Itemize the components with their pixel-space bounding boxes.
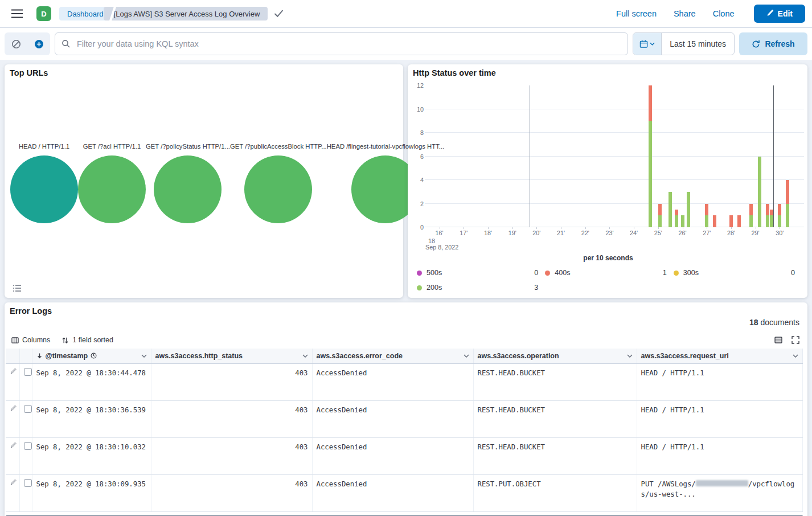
panel-top-urls: Top URLs HEAD / HTTP/1.1GET /?acl HTTP/1…	[5, 64, 403, 298]
full-screen-button[interactable]: Full screen	[616, 9, 657, 18]
legend-label: 400s	[555, 269, 570, 277]
share-button[interactable]: Share	[674, 9, 696, 18]
cell-operation[interactable]: REST.HEAD.BUCKET	[473, 363, 637, 400]
bar-segment-200s	[669, 192, 672, 227]
bar-18:28:00[interactable]	[729, 85, 733, 227]
bar-18:27:20[interactable]	[713, 85, 716, 227]
bar-segment-200s	[705, 215, 708, 227]
cell-timestamp[interactable]: Sep 8, 2022 @ 18:30:10.032	[32, 437, 151, 474]
bar-18:26:15[interactable]	[687, 85, 690, 227]
cell-http-status[interactable]: 403	[151, 474, 312, 511]
row-checkbox[interactable]	[24, 368, 32, 376]
cell-http-status[interactable]: 403	[151, 400, 312, 437]
cell-request-uri[interactable]: PUT /AWSLogs//vpcflowlogs/us-west-...	[637, 474, 803, 511]
x-tickmark	[488, 227, 489, 229]
legend-value: 0	[534, 269, 538, 277]
table-header-row: @timestamp aws.s3access.http_status aws.…	[6, 349, 803, 363]
menu-hamburger-icon[interactable]	[7, 3, 27, 24]
edit-button[interactable]: Edit	[754, 5, 805, 23]
bar-18:29:10[interactable]	[758, 85, 761, 227]
column-actions-chevron-icon[interactable]	[793, 354, 798, 358]
bar-18:26:00[interactable]	[681, 85, 684, 227]
edit-document-icon[interactable]	[10, 368, 17, 375]
column-header-http-status[interactable]: aws.s3access.http_status	[151, 349, 312, 363]
pie-slice[interactable]	[244, 155, 312, 223]
column-actions-chevron-icon[interactable]	[302, 354, 308, 358]
legend-item-500s[interactable]: 500s0	[417, 269, 545, 277]
header-checkbox-column	[19, 349, 32, 363]
bar-18:24:40[interactable]	[649, 85, 652, 227]
legend-item-400s[interactable]: 400s1	[545, 269, 673, 277]
bar-18:28:50[interactable]	[749, 85, 753, 227]
column-header-operation[interactable]: aws.s3access.operation	[473, 349, 637, 363]
bar-18:28:20[interactable]	[737, 85, 741, 227]
kql-search-input[interactable]	[55, 32, 628, 55]
bar-18:29:30[interactable]	[766, 85, 769, 227]
plot-area[interactable]	[425, 85, 804, 227]
bar-segment-200s	[675, 215, 678, 227]
row-checkbox[interactable]	[24, 442, 32, 450]
display-options-icon[interactable]	[774, 336, 782, 344]
time-marker-line	[773, 85, 774, 227]
column-actions-chevron-icon[interactable]	[627, 354, 633, 358]
grid-toolbar: Columns 1 field sorted	[11, 333, 799, 347]
bar-18:25:30[interactable]	[669, 85, 672, 227]
cell-request-uri[interactable]: HEAD / HTTP/1.1	[637, 437, 803, 474]
cell-error-code[interactable]: AccessDenied	[312, 437, 473, 474]
column-actions-chevron-icon[interactable]	[464, 354, 469, 358]
cell-operation[interactable]: REST.HEAD.BUCKET	[473, 400, 637, 437]
cell-http-status[interactable]: 403	[151, 363, 312, 400]
cell-request-uri[interactable]: HEAD / HTTP/1.1	[637, 363, 803, 400]
legend-item-300s[interactable]: 300s0	[674, 269, 802, 277]
bar-18:25:05[interactable]	[658, 85, 662, 227]
bar-18:30:00[interactable]	[778, 85, 781, 227]
edit-document-icon[interactable]	[10, 405, 17, 412]
edit-document-icon[interactable]	[10, 479, 17, 486]
legend-dot-icon	[417, 271, 422, 276]
columns-button[interactable]: Columns	[11, 336, 50, 344]
calendar-icon-button[interactable]	[633, 33, 662, 55]
cell-http-status[interactable]: 403	[151, 437, 312, 474]
bar-segment-200s	[749, 215, 753, 227]
cell-request-uri[interactable]: HEAD / HTTP/1.1	[637, 400, 803, 437]
cell-operation[interactable]: REST.HEAD.BUCKET	[473, 437, 637, 474]
time-range-value[interactable]: Last 15 minutes	[662, 33, 734, 55]
y-tick-label: 12	[412, 82, 424, 89]
cell-timestamp[interactable]: Sep 8, 2022 @ 18:30:36.539	[32, 400, 151, 437]
column-header-timestamp[interactable]: @timestamp	[32, 349, 151, 363]
pie-slice[interactable]	[154, 155, 222, 223]
row-checkbox[interactable]	[24, 479, 32, 487]
cell-error-code[interactable]: AccessDenied	[312, 474, 473, 511]
cell-operation[interactable]: REST.PUT.OBJECT	[473, 474, 637, 511]
legend-toggle-icon[interactable]	[13, 284, 22, 292]
clone-button[interactable]: Clone	[713, 9, 735, 18]
sort-fields-button[interactable]: 1 field sorted	[61, 336, 113, 344]
breadcrumb: Dashboard [Logs AWS] S3 Server Access Lo…	[59, 6, 268, 22]
edit-document-icon[interactable]	[10, 442, 17, 449]
bar-18:30:20[interactable]	[786, 85, 789, 227]
cell-control	[6, 437, 19, 474]
disable-filters-icon[interactable]	[5, 32, 27, 55]
bar-18:27:00[interactable]	[705, 85, 708, 227]
pie-slice[interactable]	[10, 155, 78, 223]
saved-check-icon	[274, 10, 283, 18]
space-avatar[interactable]: D	[36, 6, 51, 21]
fullscreen-grid-icon[interactable]	[792, 336, 799, 344]
bar-18:25:45[interactable]	[675, 85, 678, 227]
legend-dot-icon	[417, 285, 422, 290]
legend-item-200s[interactable]: 200s3	[417, 284, 545, 292]
cell-timestamp[interactable]: Sep 8, 2022 @ 18:30:44.478	[32, 363, 151, 400]
pie-chart-title: HEAD / HTTP/1.1	[19, 143, 69, 151]
cell-error-code[interactable]: AccessDenied	[312, 400, 473, 437]
cell-error-code[interactable]: AccessDenied	[312, 363, 473, 400]
legend-value: 0	[791, 269, 795, 277]
column-header-request-uri[interactable]: aws.s3access.request_uri	[637, 349, 803, 363]
cell-timestamp[interactable]: Sep 8, 2022 @ 18:30:09.935	[32, 474, 151, 511]
column-header-error-code[interactable]: aws.s3access.error_code	[312, 349, 473, 363]
row-checkbox[interactable]	[24, 405, 32, 413]
refresh-button[interactable]: Refresh	[739, 32, 807, 55]
add-filter-icon[interactable]	[27, 32, 50, 55]
bar-segment-400s	[729, 215, 733, 227]
pie-slice[interactable]	[78, 155, 146, 223]
column-actions-chevron-icon[interactable]	[141, 354, 147, 358]
